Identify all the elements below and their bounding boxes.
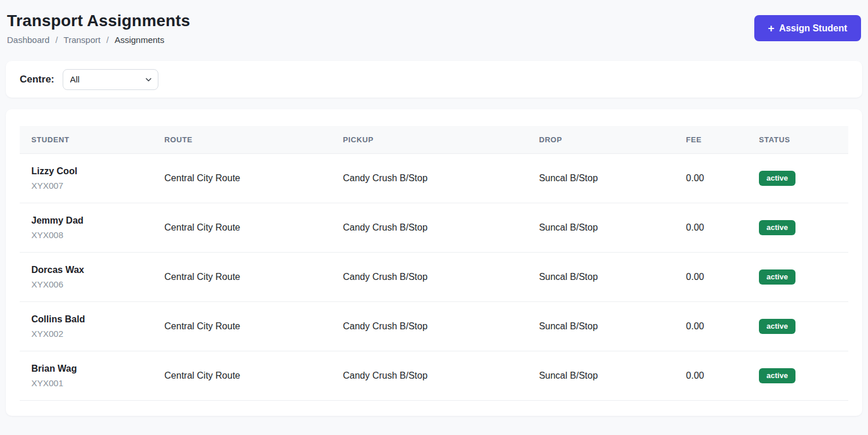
status-cell: active [747, 253, 848, 302]
breadcrumb: Dashboard / Transport / Assignments [7, 35, 190, 45]
table-row: Brian Wag XYX001 Central City Route Cand… [20, 351, 848, 401]
table-body: Lizzy Cool XYX007 Central City Route Can… [20, 154, 848, 401]
centre-select[interactable]: All [63, 69, 158, 90]
pickup-cell: Candy Crush B/Stop [331, 154, 527, 203]
route-cell: Central City Route [153, 154, 331, 203]
title-block: Transport Assignments Dashboard / Transp… [7, 12, 190, 45]
student-code: XYX006 [31, 279, 141, 289]
assign-student-button-label: Assign Student [779, 23, 847, 34]
column-header-route: Route [153, 126, 331, 154]
student-name: Collins Bald [31, 314, 141, 325]
status-badge: active [759, 319, 795, 334]
centre-filter-card: Centre: All [6, 61, 862, 98]
student-name: Dorcas Wax [31, 265, 141, 275]
student-name: Brian Wag [31, 364, 141, 374]
drop-cell: Suncal B/Stop [527, 203, 674, 253]
assign-student-button[interactable]: + Assign Student [754, 15, 861, 41]
breadcrumb-transport[interactable]: Transport [64, 35, 101, 45]
assignments-table: Student Route Pickup Drop Fee Status Liz… [20, 126, 848, 401]
fee-cell: 0.00 [674, 203, 747, 253]
page-title: Transport Assignments [7, 12, 190, 30]
table-row: Jemmy Dad XYX008 Central City Route Cand… [20, 203, 848, 253]
pickup-cell: Candy Crush B/Stop [331, 302, 527, 351]
transport-assignments-page: Transport Assignments Dashboard / Transp… [0, 0, 868, 416]
column-header-drop: Drop [527, 126, 674, 154]
status-badge: active [759, 368, 795, 383]
route-cell: Central City Route [153, 203, 331, 253]
plus-icon: + [768, 23, 775, 34]
centre-filter-label: Centre: [20, 74, 55, 85]
assignments-table-card: Student Route Pickup Drop Fee Status Liz… [6, 109, 862, 416]
table-row: Lizzy Cool XYX007 Central City Route Can… [20, 154, 848, 203]
status-cell: active [747, 302, 848, 351]
fee-cell: 0.00 [674, 253, 747, 302]
drop-cell: Suncal B/Stop [527, 302, 674, 351]
fee-cell: 0.00 [674, 302, 747, 351]
student-name: Lizzy Cool [31, 166, 141, 177]
student-cell: Lizzy Cool XYX007 [20, 154, 153, 203]
status-cell: active [747, 154, 848, 203]
breadcrumb-assignments: Assignments [114, 35, 164, 45]
breadcrumb-separator: / [55, 35, 57, 45]
table-row: Dorcas Wax XYX006 Central City Route Can… [20, 253, 848, 302]
column-header-fee: Fee [674, 126, 747, 154]
drop-cell: Suncal B/Stop [527, 253, 674, 302]
pickup-cell: Candy Crush B/Stop [331, 253, 527, 302]
pickup-cell: Candy Crush B/Stop [331, 351, 527, 401]
route-cell: Central City Route [153, 302, 331, 351]
status-badge: active [759, 269, 795, 285]
student-code: XYX002 [31, 329, 141, 339]
column-header-status: Status [747, 126, 848, 154]
student-cell: Jemmy Dad XYX008 [20, 203, 153, 253]
route-cell: Central City Route [153, 253, 331, 302]
status-badge: active [759, 220, 795, 235]
centre-select-wrapper: All [63, 69, 158, 90]
student-cell: Dorcas Wax XYX006 [20, 253, 153, 302]
breadcrumb-separator: / [106, 35, 108, 45]
status-badge: active [759, 171, 795, 186]
student-code: XYX001 [31, 378, 141, 388]
student-code: XYX007 [31, 181, 141, 190]
page-header: Transport Assignments Dashboard / Transp… [6, 12, 862, 45]
drop-cell: Suncal B/Stop [527, 351, 674, 401]
fee-cell: 0.00 [674, 351, 747, 401]
table-row: Collins Bald XYX002 Central City Route C… [20, 302, 848, 351]
student-code: XYX008 [31, 230, 141, 240]
student-name: Jemmy Dad [31, 215, 141, 226]
fee-cell: 0.00 [674, 154, 747, 203]
column-header-student: Student [20, 126, 153, 154]
student-cell: Collins Bald XYX002 [20, 302, 153, 351]
status-cell: active [747, 351, 848, 401]
column-header-pickup: Pickup [331, 126, 527, 154]
breadcrumb-dashboard[interactable]: Dashboard [7, 35, 49, 45]
table-header: Student Route Pickup Drop Fee Status [20, 126, 848, 154]
pickup-cell: Candy Crush B/Stop [331, 203, 527, 253]
route-cell: Central City Route [153, 351, 331, 401]
drop-cell: Suncal B/Stop [527, 154, 674, 203]
status-cell: active [747, 203, 848, 253]
student-cell: Brian Wag XYX001 [20, 351, 153, 401]
